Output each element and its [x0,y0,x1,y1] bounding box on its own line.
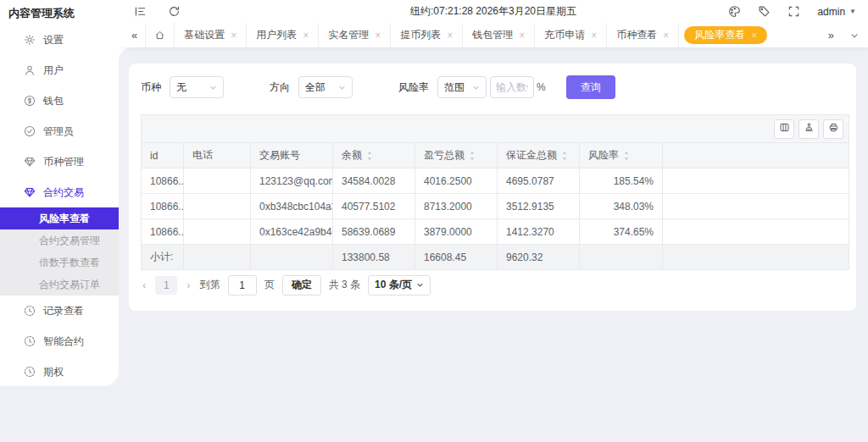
sidebar-subitem-3[interactable]: 合约交易订单 [0,273,119,296]
close-icon[interactable]: × [231,30,236,41]
cell: 3512.9135 [498,194,580,219]
fullscreen-icon[interactable] [787,5,800,18]
subtotal-cell: 小计: [142,245,184,270]
cell: 348.03% [580,194,663,219]
print-button[interactable] [823,119,843,139]
tab-6[interactable]: 币种查看× [607,23,679,47]
tab-2[interactable]: 实名管理× [319,23,391,47]
sidebar-item-8[interactable]: 期权 [0,356,119,387]
home-icon[interactable] [145,23,175,47]
topbar-right-icons [728,5,800,18]
tab-4[interactable]: 钱包管理× [463,23,535,47]
columns-button[interactable] [774,119,794,139]
sidebar-item-5[interactable]: 合约交易 [0,177,119,207]
tab-1[interactable]: 用户列表× [247,23,319,47]
cell [184,169,251,194]
refresh-icon[interactable] [168,5,181,18]
tab-label: 风险率查看 [694,28,745,42]
close-icon[interactable]: × [375,30,381,41]
export-icon [804,122,815,135]
table-header-row: id电话交易账号余额盈亏总额保证金总额风险率 [142,143,849,169]
prev-page-icon[interactable]: ‹ [141,279,147,291]
sidebar-item-label: 用户 [43,64,64,78]
export-button[interactable] [798,119,819,139]
subtotal-cell: 133800.58 [333,245,415,270]
sidebar-item-6[interactable]: 记录查看 [0,296,119,326]
page-size-select[interactable]: 10 条/页 [368,275,431,296]
sidebar-item-7[interactable]: 智能合约 [0,326,119,356]
tag-icon[interactable] [758,5,771,18]
cell: 10866... [142,219,184,245]
direction-select[interactable]: 全部 [298,76,353,98]
sort-icon[interactable] [560,151,569,161]
sidebar-item-3[interactable]: 管理员 [0,116,119,146]
tab-0[interactable]: 基础设置× [175,23,247,47]
close-icon[interactable]: × [591,30,597,41]
column-header-5[interactable]: 保证金总额 [498,143,580,169]
goto-confirm-button[interactable]: 确定 [282,275,321,296]
tabs-scroll-right-button[interactable]: » [828,29,834,41]
cell: 123123@qq.com [251,169,333,194]
cell: 58639.0689 [333,219,415,245]
risk-mode-select[interactable]: 范围 [437,76,487,98]
cell: 0xb348cbc104a37... [251,194,333,219]
caret-down-icon: ▼ [849,8,856,15]
next-page-icon[interactable]: › [185,279,192,291]
content-area: 币种 无 方向 全部 风险率 范围 % 查询 [119,47,868,442]
table-row-1: 10866...0xb348cbc104a37...40577.51028713… [142,194,849,219]
subtotal-cell [580,245,663,270]
collapse-icon[interactable] [134,5,147,18]
cell: 3879.0000 [415,219,498,245]
tabs-menu-chevron-down-icon[interactable] [849,30,860,41]
tabs-scroll-left-button[interactable]: « [124,23,145,47]
column-header-2: 交易账号 [251,143,333,169]
tab-label: 提币列表 [400,28,441,42]
close-icon[interactable]: × [519,30,525,41]
close-icon[interactable]: × [447,30,453,41]
tab-3[interactable]: 提币列表× [391,23,463,47]
admin-dropdown[interactable]: admin ▼ [817,6,856,18]
column-header-1: 电话 [184,143,251,169]
direction-select-value: 全部 [305,80,326,95]
coin-diamond-icon [24,156,36,168]
sort-icon[interactable] [365,151,374,161]
sidebar-item-label: 设置 [43,33,64,47]
palette-icon[interactable] [728,5,741,18]
goto-page-input[interactable] [228,275,257,296]
currency-select[interactable]: 无 [170,76,224,98]
wallet-icon [24,95,36,107]
risk-value-input[interactable] [490,76,534,98]
percent-unit-label: % [537,81,546,93]
close-icon[interactable]: × [751,30,757,41]
sort-icon[interactable] [468,151,476,161]
sidebar-item-2[interactable]: 钱包 [0,86,119,116]
close-icon[interactable]: × [663,30,669,41]
table-block: id电话交易账号余额盈亏总额保证金总额风险率10866...123123@qq.… [141,114,849,296]
chevron-down-icon [209,84,217,91]
cell: 40577.5102 [333,194,415,219]
sidebar-submenu: 风险率查看合约交易管理倍数手数查看合约交易订单 [0,207,119,296]
sidebar-item-label: 合约交易 [43,185,84,200]
page-number-button[interactable]: 1 [155,276,177,295]
goto-page-prefix-label: 到第 [200,278,220,292]
cell-filler [663,169,849,194]
sidebar-item-1[interactable]: 用户 [0,55,119,86]
sidebar-subitem-1[interactable]: 合约交易管理 [0,229,119,251]
topbar-right: admin ▼ [728,5,856,18]
cell-filler [663,219,849,245]
contract-diamond-icon [24,186,36,198]
tab-7[interactable]: 风险率查看× [684,26,767,44]
search-button[interactable]: 查询 [566,75,615,99]
column-header-4[interactable]: 盈亏总额 [415,143,498,169]
sort-icon[interactable] [622,151,631,161]
close-icon[interactable]: × [303,30,309,41]
tab-5[interactable]: 充币申请× [535,23,607,47]
column-header-6[interactable]: 风险率 [580,143,663,169]
clock-text: 纽约:07:21:28 2026年3月20日星期五 [410,4,576,19]
sidebar-subitem-2[interactable]: 倍数手数查看 [0,251,119,273]
column-header-3[interactable]: 余额 [333,143,415,169]
sidebar-item-4[interactable]: 币种管理 [0,146,119,177]
cell: 0x163ce42a9b407... [251,219,333,245]
sidebar-item-0[interactable]: 设置 [0,25,119,55]
sidebar-subitem-0[interactable]: 风险率查看 [0,207,119,229]
